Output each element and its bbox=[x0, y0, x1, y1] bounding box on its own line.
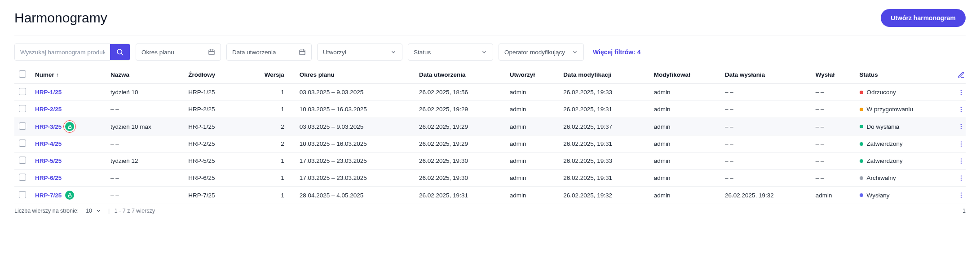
cell-created-by: admin bbox=[505, 84, 559, 101]
svg-point-26 bbox=[961, 175, 962, 176]
row-actions-button[interactable] bbox=[958, 175, 965, 182]
col-sent-at[interactable]: Data wysłania bbox=[720, 66, 811, 84]
status-dot bbox=[860, 108, 863, 111]
col-created-by[interactable]: Utworzył bbox=[505, 66, 559, 84]
col-name[interactable]: Nazwa bbox=[106, 66, 184, 84]
cell-sent-at: – – bbox=[720, 101, 811, 118]
svg-point-14 bbox=[961, 109, 962, 109]
filter-label: Operator modyfikujący bbox=[504, 49, 565, 56]
cell-sent-at: 26.02.2025, 19:32 bbox=[720, 187, 811, 204]
svg-rect-16 bbox=[68, 127, 71, 129]
row-actions-button[interactable] bbox=[958, 123, 965, 130]
cell-modified-at: 26.02.2025, 19:31 bbox=[559, 135, 649, 153]
row-checkbox[interactable] bbox=[19, 140, 26, 147]
cell-status: Zatwierdzony bbox=[855, 153, 953, 170]
row-checkbox[interactable] bbox=[19, 174, 26, 181]
table-row: HRP-7/25– –HRP-7/25128.04.2025 – 4.05.20… bbox=[14, 187, 966, 204]
row-checkbox[interactable] bbox=[19, 105, 26, 112]
col-modified-by[interactable]: Modyfikował bbox=[649, 66, 720, 84]
cell-created-at: 26.02.2025, 18:56 bbox=[415, 84, 505, 101]
cell-source: HRP-2/25 bbox=[184, 101, 240, 118]
col-created-at[interactable]: Data utworzenia bbox=[415, 66, 505, 84]
schedule-number-link[interactable]: HRP-5/25 bbox=[35, 157, 62, 164]
row-checkbox[interactable] bbox=[19, 88, 26, 95]
row-checkbox[interactable] bbox=[19, 157, 26, 164]
cell-name: tydzień 10 max bbox=[106, 118, 184, 135]
svg-point-28 bbox=[961, 179, 962, 180]
cell-created-at: 26.02.2025, 19:29 bbox=[415, 118, 505, 135]
cell-name: – – bbox=[106, 101, 184, 118]
cell-version: 1 bbox=[240, 84, 295, 101]
chevron-down-icon bbox=[390, 49, 397, 55]
col-number[interactable]: Numer↑ bbox=[31, 66, 106, 84]
svg-point-22 bbox=[961, 145, 962, 146]
col-modified-at[interactable]: Data modyfikacji bbox=[559, 66, 649, 84]
row-actions-button[interactable] bbox=[958, 106, 965, 113]
svg-point-13 bbox=[961, 107, 962, 108]
cell-version: 2 bbox=[240, 135, 295, 153]
status-dot bbox=[860, 125, 863, 128]
status-dot bbox=[860, 91, 863, 94]
sort-asc-icon: ↑ bbox=[56, 72, 59, 78]
svg-point-21 bbox=[961, 143, 962, 144]
edit-columns-button[interactable] bbox=[958, 71, 965, 79]
svg-line-1 bbox=[121, 53, 123, 55]
select-all-checkbox[interactable] bbox=[19, 70, 26, 78]
cell-version: 2 bbox=[240, 118, 295, 135]
filter-modifier[interactable]: Operator modyfikujący bbox=[499, 44, 584, 61]
schedule-number-link[interactable]: HRP-7/25 bbox=[35, 192, 62, 199]
chevron-down-icon bbox=[96, 208, 101, 214]
schedule-number-link[interactable]: HRP-6/25 bbox=[35, 175, 62, 181]
cell-sent-by: – – bbox=[811, 84, 855, 101]
svg-point-20 bbox=[961, 141, 962, 142]
cell-created-at: 26.02.2025, 19:29 bbox=[415, 135, 505, 153]
col-plan-period[interactable]: Okres planu bbox=[295, 66, 415, 84]
cell-name: – – bbox=[106, 170, 184, 187]
svg-rect-6 bbox=[300, 50, 305, 55]
schedule-number-link[interactable]: HRP-2/25 bbox=[35, 106, 62, 113]
row-actions-button[interactable] bbox=[958, 140, 965, 148]
cell-created-by: admin bbox=[505, 101, 559, 118]
more-filters-link[interactable]: Więcej filtrów: 4 bbox=[593, 48, 640, 56]
schedule-number-link[interactable]: HRP-1/25 bbox=[35, 89, 62, 96]
page-size-select[interactable]: 10 bbox=[86, 208, 101, 214]
filter-created-by[interactable]: Utworzył bbox=[317, 44, 402, 61]
cell-created-at: 26.02.2025, 19:30 bbox=[415, 153, 505, 170]
row-actions-button[interactable] bbox=[958, 89, 965, 96]
filter-plan-period[interactable]: Okres planu bbox=[136, 44, 221, 61]
col-status[interactable]: Status bbox=[855, 66, 953, 84]
row-actions-button[interactable] bbox=[958, 157, 965, 165]
cell-source: HRP-5/25 bbox=[184, 153, 240, 170]
svg-point-10 bbox=[961, 90, 962, 91]
cell-source: HRP-6/25 bbox=[184, 170, 240, 187]
cell-sent-at: – – bbox=[720, 84, 811, 101]
row-checkbox[interactable] bbox=[19, 191, 26, 198]
svg-point-11 bbox=[961, 92, 962, 92]
col-version[interactable]: Wersja bbox=[240, 66, 295, 84]
col-sent-by[interactable]: Wysłał bbox=[811, 66, 855, 84]
lock-icon bbox=[65, 191, 74, 200]
pencil-icon bbox=[958, 71, 965, 79]
cell-sent-at: – – bbox=[720, 170, 811, 187]
search-button[interactable] bbox=[110, 44, 130, 60]
row-checkbox[interactable] bbox=[19, 122, 26, 130]
cell-modified-at: 26.02.2025, 19:33 bbox=[559, 153, 649, 170]
calendar-icon bbox=[208, 48, 215, 56]
row-actions-button[interactable] bbox=[958, 192, 965, 199]
col-source[interactable]: Źródłowy bbox=[184, 66, 240, 84]
svg-point-27 bbox=[961, 177, 962, 178]
cell-sent-at: – – bbox=[720, 118, 811, 135]
schedule-number-link[interactable]: HRP-3/25 bbox=[35, 123, 62, 130]
svg-rect-2 bbox=[209, 50, 214, 55]
cell-version: 1 bbox=[240, 101, 295, 118]
cell-plan-period: 03.03.2025 – 9.03.2025 bbox=[295, 84, 415, 101]
cell-status: W przygotowaniu bbox=[855, 101, 953, 118]
search-wrap bbox=[14, 44, 130, 61]
schedule-number-link[interactable]: HRP-4/25 bbox=[35, 140, 62, 147]
search-input[interactable] bbox=[15, 44, 110, 60]
svg-rect-29 bbox=[68, 195, 71, 197]
filter-created-date[interactable]: Data utworzenia bbox=[226, 44, 312, 61]
cell-modified-at: 26.02.2025, 19:33 bbox=[559, 84, 649, 101]
filter-status[interactable]: Status bbox=[408, 44, 493, 61]
create-schedule-button[interactable]: Utwórz harmonogram bbox=[881, 9, 966, 27]
